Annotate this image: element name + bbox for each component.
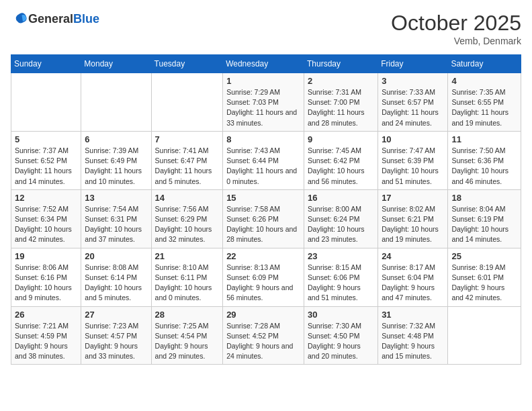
day-number: 23 [308, 251, 374, 261]
day-number: 13 [85, 193, 147, 203]
day-info: Sunrise: 8:15 AM Sunset: 6:06 PM Dayligh… [308, 263, 374, 304]
day-number: 14 [155, 193, 220, 203]
title-block: October 2025 Vemb, Denmark [391, 11, 521, 46]
calendar-cell: 30Sunrise: 7:30 AM Sunset: 4:50 PM Dayli… [304, 306, 378, 365]
day-number: 25 [451, 251, 517, 261]
calendar-cell: 4Sunrise: 7:35 AM Sunset: 6:55 PM Daylig… [448, 73, 521, 132]
day-info: Sunrise: 7:37 AM Sunset: 6:52 PM Dayligh… [15, 146, 77, 187]
day-info: Sunrise: 7:21 AM Sunset: 4:59 PM Dayligh… [15, 321, 77, 362]
day-number: 31 [382, 310, 444, 320]
day-info: Sunrise: 7:30 AM Sunset: 4:50 PM Dayligh… [308, 321, 374, 362]
calendar-body: 1Sunrise: 7:29 AM Sunset: 7:03 PM Daylig… [11, 73, 521, 365]
calendar-cell: 17Sunrise: 8:02 AM Sunset: 6:21 PM Dayli… [378, 189, 448, 248]
day-number: 29 [226, 310, 300, 320]
day-number: 2 [308, 76, 374, 86]
day-number: 26 [15, 310, 77, 320]
location: Vemb, Denmark [391, 36, 521, 46]
day-number: 27 [85, 310, 147, 320]
day-number: 30 [308, 310, 374, 320]
month-title: October 2025 [391, 11, 521, 36]
calendar-cell: 29Sunrise: 7:28 AM Sunset: 4:52 PM Dayli… [223, 306, 304, 365]
day-info: Sunrise: 8:10 AM Sunset: 6:11 PM Dayligh… [155, 263, 220, 304]
calendar-cell: 21Sunrise: 8:10 AM Sunset: 6:11 PM Dayli… [151, 248, 223, 306]
calendar-week-0: 1Sunrise: 7:29 AM Sunset: 7:03 PM Daylig… [11, 73, 521, 132]
day-number: 4 [451, 76, 517, 86]
weekday-row: SundayMondayTuesdayWednesdayThursdayFrid… [11, 55, 521, 73]
calendar-cell [11, 73, 81, 132]
day-number: 16 [308, 193, 374, 203]
day-number: 12 [15, 193, 77, 203]
calendar-cell: 11Sunrise: 7:50 AM Sunset: 6:36 PM Dayli… [448, 131, 521, 189]
calendar-cell: 28Sunrise: 7:25 AM Sunset: 4:54 PM Dayli… [151, 306, 223, 365]
calendar-cell: 23Sunrise: 8:15 AM Sunset: 6:06 PM Dayli… [304, 248, 378, 306]
weekday-header-wednesday: Wednesday [223, 55, 304, 73]
calendar-cell: 7Sunrise: 7:41 AM Sunset: 6:47 PM Daylig… [151, 131, 223, 189]
day-number: 6 [85, 134, 147, 144]
calendar-cell [151, 73, 223, 132]
calendar-cell: 20Sunrise: 8:08 AM Sunset: 6:14 PM Dayli… [81, 248, 151, 306]
day-info: Sunrise: 8:04 AM Sunset: 6:19 PM Dayligh… [451, 204, 517, 245]
logo-text-blue: Blue [73, 12, 99, 26]
calendar-cell: 6Sunrise: 7:39 AM Sunset: 6:49 PM Daylig… [81, 131, 151, 189]
day-number: 3 [382, 76, 444, 86]
day-info: Sunrise: 7:28 AM Sunset: 4:52 PM Dayligh… [226, 321, 300, 362]
weekday-header-tuesday: Tuesday [151, 55, 223, 73]
page-header: GeneralBlue October 2025 Vemb, Denmark [11, 11, 521, 46]
day-info: Sunrise: 8:02 AM Sunset: 6:21 PM Dayligh… [382, 204, 444, 245]
day-info: Sunrise: 7:29 AM Sunset: 7:03 PM Dayligh… [226, 87, 300, 128]
calendar-cell: 2Sunrise: 7:31 AM Sunset: 7:00 PM Daylig… [304, 73, 378, 132]
day-info: Sunrise: 8:13 AM Sunset: 6:09 PM Dayligh… [226, 263, 300, 304]
day-info: Sunrise: 8:17 AM Sunset: 6:04 PM Dayligh… [382, 263, 444, 304]
day-info: Sunrise: 7:39 AM Sunset: 6:49 PM Dayligh… [85, 146, 147, 187]
day-info: Sunrise: 7:33 AM Sunset: 6:57 PM Dayligh… [382, 87, 444, 128]
calendar-cell: 19Sunrise: 8:06 AM Sunset: 6:16 PM Dayli… [11, 248, 81, 306]
day-info: Sunrise: 8:06 AM Sunset: 6:16 PM Dayligh… [15, 263, 77, 304]
logo-text-general: General [28, 12, 73, 26]
day-number: 1 [226, 76, 300, 86]
day-number: 18 [451, 193, 517, 203]
day-info: Sunrise: 7:35 AM Sunset: 6:55 PM Dayligh… [451, 87, 517, 128]
calendar-cell: 8Sunrise: 7:43 AM Sunset: 6:44 PM Daylig… [223, 131, 304, 189]
calendar-cell: 10Sunrise: 7:47 AM Sunset: 6:39 PM Dayli… [378, 131, 448, 189]
day-number: 21 [155, 251, 220, 261]
day-info: Sunrise: 7:25 AM Sunset: 4:54 PM Dayligh… [155, 321, 220, 362]
calendar-week-3: 19Sunrise: 8:06 AM Sunset: 6:16 PM Dayli… [11, 248, 521, 306]
weekday-header-friday: Friday [378, 55, 448, 73]
day-info: Sunrise: 7:56 AM Sunset: 6:29 PM Dayligh… [155, 204, 220, 245]
weekday-header-sunday: Sunday [11, 55, 81, 73]
calendar-week-4: 26Sunrise: 7:21 AM Sunset: 4:59 PM Dayli… [11, 306, 521, 365]
calendar-header: SundayMondayTuesdayWednesdayThursdayFrid… [11, 55, 521, 73]
calendar-week-1: 5Sunrise: 7:37 AM Sunset: 6:52 PM Daylig… [11, 131, 521, 189]
weekday-header-saturday: Saturday [448, 55, 521, 73]
day-info: Sunrise: 7:32 AM Sunset: 4:48 PM Dayligh… [382, 321, 444, 362]
calendar-cell: 1Sunrise: 7:29 AM Sunset: 7:03 PM Daylig… [223, 73, 304, 132]
calendar-cell [448, 306, 521, 365]
logo-icon [12, 11, 28, 27]
calendar-cell: 5Sunrise: 7:37 AM Sunset: 6:52 PM Daylig… [11, 131, 81, 189]
day-info: Sunrise: 7:41 AM Sunset: 6:47 PM Dayligh… [155, 146, 220, 187]
calendar-cell: 27Sunrise: 7:23 AM Sunset: 4:57 PM Dayli… [81, 306, 151, 365]
day-number: 7 [155, 134, 220, 144]
day-number: 15 [226, 193, 300, 203]
calendar-cell: 13Sunrise: 7:54 AM Sunset: 6:31 PM Dayli… [81, 189, 151, 248]
day-number: 20 [85, 251, 147, 261]
calendar-cell: 14Sunrise: 7:56 AM Sunset: 6:29 PM Dayli… [151, 189, 223, 248]
day-info: Sunrise: 7:45 AM Sunset: 6:42 PM Dayligh… [308, 146, 374, 187]
weekday-header-monday: Monday [81, 55, 151, 73]
day-info: Sunrise: 7:47 AM Sunset: 6:39 PM Dayligh… [382, 146, 444, 187]
day-info: Sunrise: 7:58 AM Sunset: 6:26 PM Dayligh… [226, 204, 300, 245]
calendar-cell: 18Sunrise: 8:04 AM Sunset: 6:19 PM Dayli… [448, 189, 521, 248]
calendar-cell: 15Sunrise: 7:58 AM Sunset: 6:26 PM Dayli… [223, 189, 304, 248]
day-number: 19 [15, 251, 77, 261]
day-info: Sunrise: 8:08 AM Sunset: 6:14 PM Dayligh… [85, 263, 147, 304]
day-number: 5 [15, 134, 77, 144]
day-info: Sunrise: 8:00 AM Sunset: 6:24 PM Dayligh… [308, 204, 374, 245]
calendar-table: SundayMondayTuesdayWednesdayThursdayFrid… [11, 54, 521, 365]
calendar-cell: 3Sunrise: 7:33 AM Sunset: 6:57 PM Daylig… [378, 73, 448, 132]
day-info: Sunrise: 7:54 AM Sunset: 6:31 PM Dayligh… [85, 204, 147, 245]
day-info: Sunrise: 7:31 AM Sunset: 7:00 PM Dayligh… [308, 87, 374, 128]
day-number: 17 [382, 193, 444, 203]
calendar-cell: 22Sunrise: 8:13 AM Sunset: 6:09 PM Dayli… [223, 248, 304, 306]
logo: GeneralBlue [11, 11, 99, 27]
day-number: 8 [226, 134, 300, 144]
